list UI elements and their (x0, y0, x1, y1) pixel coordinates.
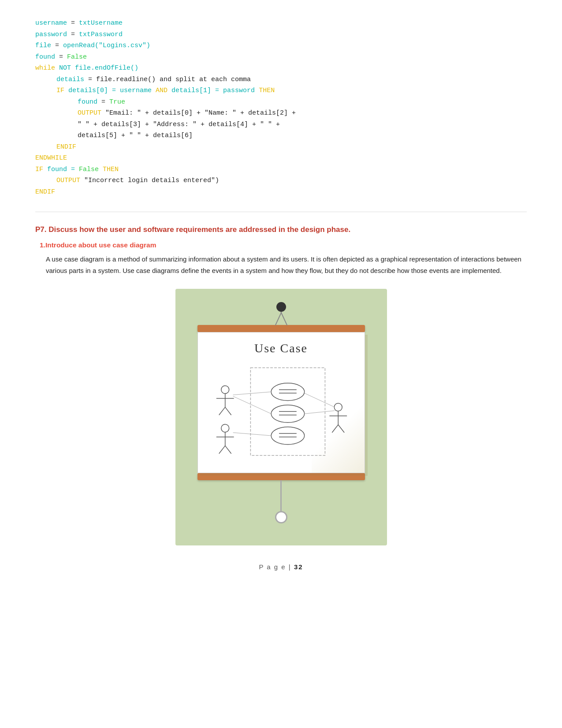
code-line-11: details[5] + " " + details[6] (35, 130, 527, 142)
svg-line-13 (219, 407, 225, 415)
paragraph-text: A use case diagram is a method of summar… (35, 254, 527, 277)
code-line-2: password = txtPassword (35, 29, 527, 41)
page-footer: P a g e | 32 (35, 563, 527, 571)
pole-circle (275, 511, 287, 523)
code-line-8: found = True (35, 97, 527, 108)
p7-section: P7. Discuss how the user and software re… (35, 224, 527, 276)
p7-heading: P7. Discuss how the user and software re… (35, 224, 527, 235)
hang-lines (189, 312, 374, 325)
code-line-5: while NOT file.endOfFile() (35, 63, 527, 74)
code-line-14: IF found = False THEN (35, 164, 527, 175)
svg-line-19 (225, 446, 231, 454)
code-line-7: IF details[0] = username AND details[1] … (35, 85, 527, 97)
code-line-1: username = txtUsername (35, 18, 527, 29)
board-white: Use Case (197, 332, 365, 473)
svg-line-27 (233, 433, 271, 436)
svg-point-20 (334, 403, 342, 411)
code-line-13: ENDWHILE (35, 153, 527, 164)
svg-line-29 (304, 411, 335, 414)
svg-line-28 (304, 393, 335, 407)
page-number: 32 (294, 563, 303, 571)
svg-line-23 (332, 425, 338, 433)
code-line-16: ENDIF (35, 187, 527, 198)
svg-line-24 (338, 425, 344, 433)
board-rail-bottom (197, 473, 365, 480)
board-area: Use Case (189, 302, 374, 523)
svg-line-14 (225, 407, 231, 415)
hang-ball (276, 302, 286, 312)
code-line-4: found = False (35, 52, 527, 63)
svg-point-1 (271, 383, 305, 401)
svg-point-10 (221, 386, 229, 394)
hang-line-right (275, 312, 282, 326)
code-line-6: details = file.readline() and split at e… (35, 74, 527, 86)
svg-point-4 (271, 405, 305, 423)
board-title: Use Case (207, 341, 356, 355)
hang-line-left (280, 312, 287, 326)
diagram-wrapper: Use Case (175, 289, 387, 545)
svg-line-25 (233, 392, 271, 395)
code-line-9: OUTPUT "Email: " + details[0] + "Name: "… (35, 108, 527, 119)
code-line-3: file = openRead("Logins.csv") (35, 40, 527, 52)
svg-point-7 (271, 427, 305, 444)
code-block: username = txtUsername password = txtPas… (35, 18, 527, 198)
usecase-diagram-svg (207, 363, 356, 460)
code-line-12: ENDIF (35, 142, 527, 153)
diagram-container: Use Case (35, 289, 527, 545)
footer-text: P a g e | (259, 563, 291, 571)
svg-line-26 (233, 396, 271, 414)
svg-line-18 (219, 446, 225, 454)
sub1-heading: 1.Introduce about use case diagram (35, 241, 527, 249)
board-rail-top (197, 325, 365, 332)
code-line-10: " " + details[3] + "Address: " + details… (35, 119, 527, 131)
svg-point-15 (221, 424, 229, 432)
board-pole (280, 480, 282, 511)
code-line-15: OUTPUT "Incorrect login details entered"… (35, 175, 527, 187)
